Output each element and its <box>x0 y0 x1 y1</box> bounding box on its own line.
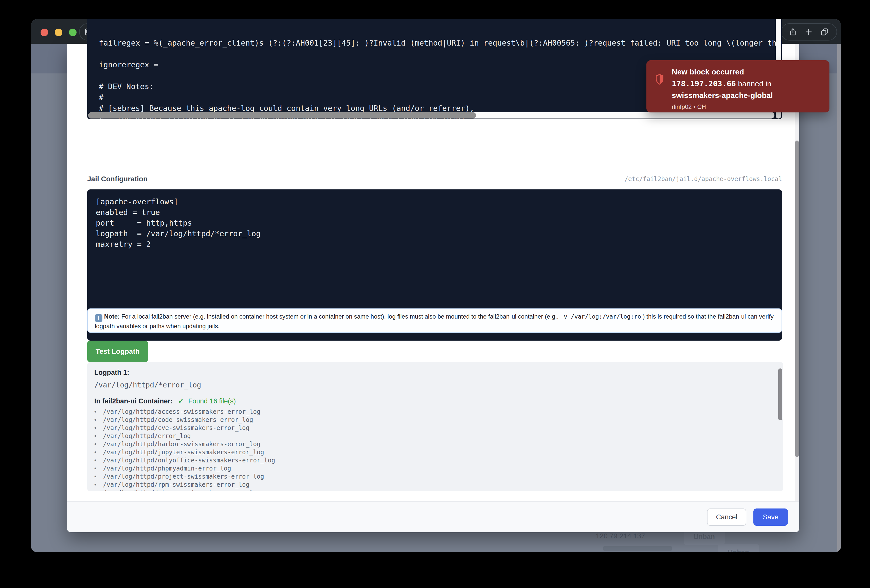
zoom-window-button[interactable] <box>69 29 77 36</box>
dimmed-ip-row <box>603 546 672 551</box>
banned-ip-cell: 120.79.214.137 <box>596 532 645 540</box>
modal-scrollbar-track[interactable] <box>795 44 799 501</box>
list-item: •/var/log/httpd/onlyoffice-swissmakers-e… <box>94 456 773 465</box>
check-icon: ✓ <box>178 397 184 405</box>
toast-title: New block occurred <box>672 66 821 77</box>
jail-config-code[interactable]: [apache-overflows] enabled = true port =… <box>96 196 261 250</box>
note-text-1: For a local fail2ban server (e.g. instal… <box>120 313 560 320</box>
toast-ip: 178.197.203.66 <box>672 79 736 88</box>
results-scrollbar-thumb[interactable] <box>778 368 782 420</box>
save-button[interactable]: Save <box>754 508 788 526</box>
new-block-toast[interactable]: New block occurred 178.197.203.66 banned… <box>647 60 830 113</box>
list-item: •/var/log/httpd/project-swissmakers-erro… <box>94 472 773 481</box>
browser-window: fail2ban.swissmakers.corp A文 <box>31 19 841 552</box>
bullet-icon: • <box>94 456 103 465</box>
mount-note: i Note: For a local fail2ban server (e.g… <box>87 309 782 333</box>
toast-body: 178.197.203.66 banned in swissmakers-apa… <box>672 78 821 101</box>
found-files-list: •/var/log/httpd/access-swissmakers-error… <box>94 408 773 491</box>
container-label: In fail2ban-ui Container: <box>94 397 173 405</box>
list-item: •/var/log/httpd/jupyter-swissmakers-erro… <box>94 448 773 456</box>
logpath-test-results: Logpath 1: /var/log/httpd/*error_log In … <box>87 362 783 491</box>
page-scrollbar[interactable] <box>837 44 841 552</box>
found-count: Found 16 file(s) <box>188 397 236 405</box>
info-icon: i <box>95 314 103 322</box>
list-item: •/var/log/httpd/access-swissmakers-error… <box>94 408 773 416</box>
bullet-icon: • <box>94 408 103 416</box>
container-result-line: In fail2ban-ui Container: ✓ Found 16 fil… <box>94 397 236 405</box>
bullet-icon: • <box>94 489 103 491</box>
shield-icon <box>654 73 665 87</box>
list-item: •/var/log/httpd/error_log <box>94 432 773 440</box>
list-item: •/var/log/httpd/harbor-swissmakers-error… <box>94 440 773 448</box>
test-logpath-button[interactable]: Test Logpath <box>87 341 148 362</box>
modal-scrollbar-thumb[interactable] <box>795 141 799 457</box>
modal-footer: Cancel Save <box>67 501 799 532</box>
note-bold: Note: <box>104 313 120 320</box>
close-window-button[interactable] <box>40 29 48 36</box>
minimize-window-button[interactable] <box>55 29 63 36</box>
list-item: •/var/log/httpd/phpmyadmin-error_log <box>94 465 773 472</box>
tabs-icon[interactable] <box>820 28 829 36</box>
logpath-label: Logpath 1: <box>94 369 129 377</box>
filter-editor-hscroll-thumb[interactable] <box>88 112 476 119</box>
bullet-icon: • <box>94 481 103 489</box>
bullet-icon: • <box>94 432 103 440</box>
screenshot-canvas: fail2ban.swissmakers.corp A文 <box>0 0 870 588</box>
jail-config-label: Jail Configuration <box>87 175 147 183</box>
bullet-icon: • <box>94 416 103 424</box>
share-icon[interactable] <box>789 28 797 36</box>
toast-jail: swissmakers-apache-global <box>672 91 773 99</box>
bullet-icon: • <box>94 465 103 472</box>
list-item: •/var/log/httpd/code-swissmakers-error_l… <box>94 416 773 424</box>
unban-button[interactable]: Unban <box>718 544 759 552</box>
toast-middle: banned in <box>736 80 772 88</box>
browser-content: 120.79.214.137 Unban Unban failregex = %… <box>31 44 841 552</box>
logpath-value: /var/log/httpd/*error_log <box>94 381 201 389</box>
edit-jail-modal: failregex = %(_apache_error_client)s (?:… <box>67 44 799 532</box>
bullet-icon: • <box>94 440 103 448</box>
cancel-button[interactable]: Cancel <box>707 508 746 526</box>
jail-config-path: /etc/fail2ban/jail.d/apache-overflows.lo… <box>625 175 782 183</box>
toast-meta: rlinfp02 • CH <box>672 103 821 110</box>
toolbar-right-group <box>781 23 837 40</box>
bullet-icon: • <box>94 448 103 456</box>
list-item: •/var/log/httpd/rpm-swissmakers-error_lo… <box>94 481 773 489</box>
list-item: •/var/log/httpd/stream-swissmakers-error… <box>94 489 773 491</box>
toast-text: New block occurred 178.197.203.66 banned… <box>672 66 821 110</box>
bullet-icon: • <box>94 472 103 481</box>
new-tab-icon[interactable] <box>804 28 813 36</box>
jail-config-header: Jail Configuration /etc/fail2ban/jail.d/… <box>87 173 782 186</box>
note-code: -v /var/log:/var/log:ro <box>560 313 641 320</box>
bullet-icon: • <box>94 424 103 432</box>
list-item: •/var/log/httpd/cve-swissmakers-error_lo… <box>94 424 773 432</box>
window-controls <box>40 29 77 36</box>
filter-editor-horizontal-scrollbar[interactable] <box>88 112 775 119</box>
